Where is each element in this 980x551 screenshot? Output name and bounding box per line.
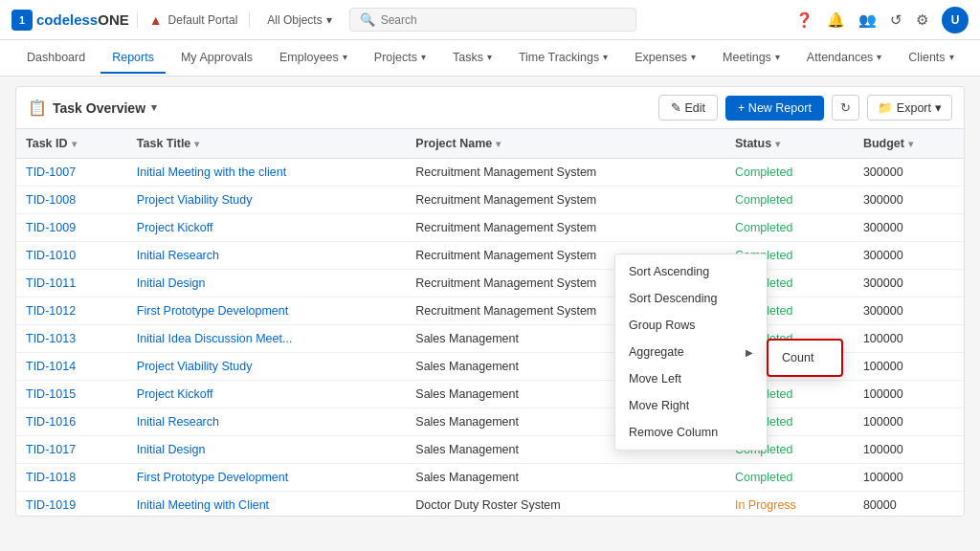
table-row: TID-1018 First Prototype Development Sal…	[16, 464, 964, 492]
table-row: TID-1015 Project Kickoff Sales Managemen…	[16, 381, 964, 408]
cell-budget: 100000	[854, 325, 964, 353]
cell-task-title[interactable]: Initial Research	[127, 242, 406, 270]
refresh-button[interactable]: ↻	[832, 95, 859, 121]
nav-reports[interactable]: Reports	[100, 43, 166, 74]
cell-project-name: Recruitment Management System	[406, 159, 725, 187]
cell-task-id[interactable]: TID-1012	[16, 298, 127, 325]
cell-task-title[interactable]: First Prototype Development	[127, 298, 406, 325]
menu-move-left[interactable]: Move Left	[615, 365, 767, 392]
table-body: TID-1007 Initial Meeting with the client…	[16, 159, 964, 518]
cell-budget: 300000	[854, 187, 964, 214]
table-row: TID-1012 First Prototype Development Rec…	[16, 298, 964, 325]
cell-task-id[interactable]: TID-1016	[16, 408, 127, 436]
top-icons: ❓ 🔔 👥 ↺ ⚙ U	[795, 7, 969, 33]
cell-task-title[interactable]: Initial Meeting with the client	[127, 159, 406, 187]
aggregate-count[interactable]: Count	[768, 344, 841, 371]
cell-task-title[interactable]: Project Kickoff	[127, 214, 406, 242]
cell-task-title[interactable]: Initial Idea Discussion Meet...	[127, 325, 406, 353]
cell-budget: 100000	[854, 436, 964, 464]
cell-status: Completed	[725, 187, 854, 214]
cell-task-id[interactable]: TID-1018	[16, 464, 127, 492]
secondary-nav: Dashboard Reports My Approvals Employees…	[0, 40, 980, 77]
cell-task-title[interactable]: Initial Research	[127, 408, 406, 436]
menu-move-right[interactable]: Move Right	[615, 392, 767, 419]
table-row: TID-1016 Initial Research Sales Manageme…	[16, 408, 964, 436]
users-icon[interactable]: 👥	[858, 11, 877, 29]
cell-status: In Progress	[725, 492, 854, 518]
menu-group-rows[interactable]: Group Rows	[615, 312, 767, 339]
logo-icon: 1	[11, 10, 33, 31]
cell-task-title[interactable]: Project Kickoff	[127, 381, 406, 408]
search-input[interactable]	[381, 13, 626, 27]
cell-task-title[interactable]: Initial Design	[127, 270, 406, 298]
cell-task-id[interactable]: TID-1019	[16, 492, 127, 518]
nav-timetrackings[interactable]: Time Trackings ▾	[507, 43, 619, 74]
help-icon[interactable]: ❓	[795, 11, 813, 29]
search-icon: 🔍	[360, 12, 375, 27]
all-objects-label: All Objects	[267, 13, 322, 27]
col-project-name[interactable]: Project Name ▾	[406, 129, 725, 159]
new-report-button[interactable]: + New Report	[725, 96, 824, 121]
nav-employees[interactable]: Employees ▾	[268, 43, 359, 74]
nav-milestones[interactable]: Milestones ▾	[969, 43, 980, 74]
cell-task-title[interactable]: Project Viability Study	[127, 187, 406, 214]
search-bar[interactable]: 🔍	[349, 8, 636, 32]
context-menu[interactable]: Sort Ascending Sort Descending Group Row…	[614, 253, 768, 451]
avatar[interactable]: U	[942, 7, 969, 33]
page-content: 📋 Task Overview ▾ ✎ Edit + New Report ↻ …	[0, 77, 980, 551]
menu-remove-column[interactable]: Remove Column	[615, 419, 767, 446]
cell-status: Completed	[725, 214, 854, 242]
export-button[interactable]: 📁 Export ▾	[867, 95, 952, 121]
aggregate-submenu: Count	[767, 339, 843, 377]
table-row: TID-1011 Initial Design Recruitment Mana…	[16, 270, 964, 298]
nav-projects[interactable]: Projects ▾	[363, 43, 437, 74]
cell-task-title[interactable]: Project Viability Study	[127, 353, 406, 381]
cell-task-id[interactable]: TID-1015	[16, 381, 127, 408]
menu-sort-desc[interactable]: Sort Descending	[615, 285, 767, 312]
cell-task-id[interactable]: TID-1010	[16, 242, 127, 270]
cell-task-id[interactable]: TID-1009	[16, 214, 127, 242]
edit-button[interactable]: ✎ Edit	[658, 95, 718, 121]
cell-budget: 300000	[854, 270, 964, 298]
cell-task-title[interactable]: Initial Meeting with Client	[127, 492, 406, 518]
table-row: TID-1010 Initial Research Recruitment Ma…	[16, 242, 964, 270]
report-title-area: 📋 Task Overview ▾	[28, 99, 651, 117]
sort-icon-project: ▾	[496, 139, 501, 149]
nav-dashboard[interactable]: Dashboard	[15, 43, 97, 74]
nav-expenses[interactable]: Expenses ▾	[623, 43, 707, 74]
portal-name[interactable]: Default Portal	[168, 13, 238, 27]
cell-budget: 100000	[854, 408, 964, 436]
col-budget[interactable]: Budget ▾	[854, 129, 964, 159]
cell-task-id[interactable]: TID-1011	[16, 270, 127, 298]
col-task-title[interactable]: Task Title ▾	[127, 129, 406, 159]
menu-aggregate[interactable]: Aggregate ▶ Count	[615, 339, 767, 365]
cell-task-title[interactable]: First Prototype Development	[127, 464, 406, 492]
cell-task-id[interactable]: TID-1008	[16, 187, 127, 214]
cell-task-id[interactable]: TID-1013	[16, 325, 127, 353]
sort-icon-taskid: ▾	[72, 139, 77, 149]
cell-task-id[interactable]: TID-1017	[16, 436, 127, 464]
cell-status: Completed	[725, 464, 854, 492]
col-task-id[interactable]: Task ID ▾	[16, 129, 127, 159]
table-row: TID-1009 Project Kickoff Recruitment Man…	[16, 214, 964, 242]
doc-icon: 📋	[28, 99, 47, 117]
bell-icon[interactable]: 🔔	[827, 11, 845, 29]
nav-tasks[interactable]: Tasks ▾	[441, 43, 503, 74]
cell-budget: 80000	[854, 492, 964, 518]
settings-icon[interactable]: ⚙	[916, 11, 928, 29]
all-objects-dropdown[interactable]: All Objects ▾	[257, 13, 341, 27]
cell-task-id[interactable]: TID-1007	[16, 159, 127, 187]
nav-attendances[interactable]: Attendances ▾	[795, 43, 894, 74]
cell-task-id[interactable]: TID-1014	[16, 353, 127, 381]
logo: 1 codelessONE	[11, 10, 129, 31]
col-status[interactable]: Status ▾	[725, 129, 854, 159]
menu-sort-asc[interactable]: Sort Ascending	[615, 258, 767, 285]
nav-approvals[interactable]: My Approvals	[169, 43, 264, 74]
nav-clients[interactable]: Clients ▾	[897, 43, 965, 74]
table-row: TID-1008 Project Viability Study Recruit…	[16, 187, 964, 214]
history-icon[interactable]: ↺	[890, 11, 902, 29]
cell-status: Completed	[725, 159, 854, 187]
title-caret[interactable]: ▾	[151, 101, 157, 114]
nav-meetings[interactable]: Meetings ▾	[711, 43, 791, 74]
cell-task-title[interactable]: Initial Design	[127, 436, 406, 464]
